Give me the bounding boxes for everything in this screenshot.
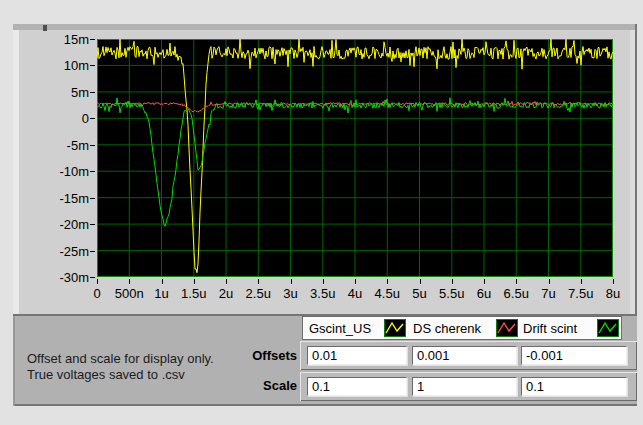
legend-label-ds-cherenk[interactable]: DS cherenk [413, 321, 481, 336]
scale-input-ds-cherenk[interactable] [412, 377, 517, 396]
controls-section: Offset and scale for display only. True … [13, 314, 637, 406]
x-tick-mark [355, 279, 356, 284]
y-tick-label: -25m [49, 245, 89, 258]
x-tick-mark [452, 279, 453, 284]
offsets-label: Offsets [193, 348, 297, 363]
panel-top-notch [43, 25, 47, 31]
offset-input-ds-cherenk[interactable] [412, 346, 517, 365]
scale-input-gscint-us[interactable] [307, 377, 407, 396]
legend-label-gscint-us[interactable]: Gscint_US [309, 321, 371, 336]
y-tick-mark [90, 92, 95, 93]
x-tick-mark [129, 279, 130, 284]
x-tick-mark [323, 279, 324, 284]
x-tick-mark [162, 279, 163, 284]
y-tick-label: 15m [49, 33, 89, 46]
waveform-graph: 15m10m5m0-5m-10m-15m-20m-25m-30m0500n1u1… [97, 39, 613, 277]
y-tick-label: -10m [49, 165, 89, 178]
x-tick-mark [226, 279, 227, 284]
y-tick-label: -30m [49, 271, 89, 284]
y-tick-mark [90, 118, 95, 119]
y-tick-label: -5m [49, 139, 89, 152]
legend-label-drift-scint[interactable]: Drift scint [523, 321, 577, 336]
y-tick-label: -20m [49, 218, 89, 231]
plot-legend: Gscint_US DS cherenk Drift scint [302, 316, 622, 340]
legend-swatch-gscint-us[interactable] [384, 319, 406, 337]
x-tick-mark [516, 279, 517, 284]
y-tick-label: 5m [49, 86, 89, 99]
x-tick-mark [387, 279, 388, 284]
y-tick-mark [90, 145, 95, 146]
scale-row [300, 372, 637, 401]
y-tick-mark [90, 277, 95, 278]
y-tick-mark [90, 65, 95, 66]
x-tick-mark [258, 279, 259, 284]
x-tick-mark [581, 279, 582, 284]
x-tick-mark [291, 279, 292, 284]
scale-input-drift-scint[interactable] [521, 377, 627, 396]
note-line-1: Offset and scale for display only. [27, 351, 214, 367]
x-tick-mark [194, 279, 195, 284]
y-tick-mark [90, 39, 95, 40]
y-tick-label: 0 [49, 112, 89, 125]
y-tick-mark [90, 251, 95, 252]
offset-input-drift-scint[interactable] [521, 346, 627, 365]
x-tick-mark [484, 279, 485, 284]
note-line-2: True voltages saved to .csv [27, 367, 214, 383]
front-panel: 15m10m5m0-5m-10m-15m-20m-25m-30m0500n1u1… [13, 24, 637, 406]
y-tick-mark [90, 171, 95, 172]
offsets-row [300, 341, 637, 370]
x-tick-mark [97, 279, 98, 284]
y-tick-label: 10m [49, 59, 89, 72]
legend-swatch-ds-cherenk[interactable] [496, 319, 518, 337]
x-tick-mark [613, 279, 614, 284]
x-tick-mark [549, 279, 550, 284]
x-tick-label: 8u [591, 287, 635, 300]
legend-swatch-drift-scint[interactable] [597, 319, 619, 337]
y-tick-mark [90, 224, 95, 225]
x-tick-mark [420, 279, 421, 284]
window: { "window": { "bg": "#e2e2e2", "panel_bg… [0, 0, 643, 425]
note-text: Offset and scale for display only. True … [27, 351, 214, 383]
offset-input-gscint-us[interactable] [307, 346, 407, 365]
plot-canvas [97, 39, 613, 277]
y-tick-label: -15m [49, 192, 89, 205]
y-tick-mark [90, 198, 95, 199]
scale-label: Scale [193, 378, 297, 393]
